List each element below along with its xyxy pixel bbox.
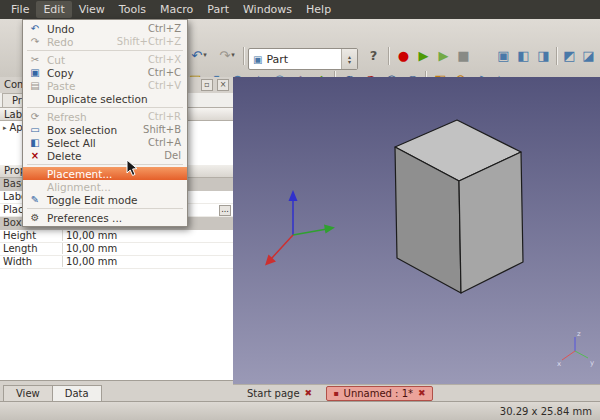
- toolbar-separator: [556, 47, 557, 65]
- property-row-length[interactable]: Length 10,00 mm: [0, 243, 233, 256]
- panel-tab-bar: View Data: [0, 380, 233, 401]
- menu-separator: [27, 164, 183, 165]
- menu-tools[interactable]: Tools: [112, 1, 153, 18]
- right-view-icon[interactable]: ◩: [560, 46, 579, 65]
- menu-item-copy[interactable]: ▣ Copy Ctrl+C: [23, 66, 187, 79]
- tab-start-page[interactable]: Start page ✖: [241, 387, 318, 400]
- menu-item-refresh[interactable]: ⟳ Refresh Ctrl+R: [23, 110, 187, 123]
- menu-item-select-all[interactable]: ◧ Select All Ctrl+A: [23, 136, 187, 149]
- macro-record-icon[interactable]: ●: [394, 46, 413, 65]
- workbench-value: Part: [266, 53, 288, 66]
- menu-separator: [27, 50, 183, 51]
- axonometric-view-icon[interactable]: ▣: [494, 46, 513, 65]
- workbench-icon: ▣: [253, 54, 262, 65]
- expander-icon[interactable]: ▸: [3, 124, 7, 132]
- 3d-scene: x y z: [233, 77, 600, 384]
- origin-axes: [265, 190, 335, 266]
- workbench-selector[interactable]: ▣ Part ▴ ▾: [248, 48, 358, 70]
- menu-item-preferences[interactable]: ⚙ Preferences ...: [23, 211, 187, 224]
- svg-text:y: y: [590, 359, 594, 367]
- statusbar: 30.29 x 25.84 mm: [0, 401, 600, 420]
- dimension-readout: 30.29 x 25.84 mm: [500, 406, 592, 417]
- front-view-icon[interactable]: ◧: [514, 46, 533, 65]
- svg-text:x: x: [557, 360, 561, 368]
- menu-item-paste[interactable]: ▤ Paste Ctrl+V: [23, 79, 187, 92]
- menu-view[interactable]: View: [72, 1, 112, 18]
- scissors-icon: ✂: [27, 54, 43, 65]
- menu-item-redo[interactable]: ↷ Redo Shift+Ctrl+Z: [23, 35, 187, 48]
- svg-text:z: z: [577, 330, 581, 338]
- select-all-icon: ◧: [27, 137, 43, 148]
- menu-item-alignment[interactable]: Alignment...: [23, 180, 187, 193]
- menu-edit[interactable]: Edit: [36, 1, 71, 18]
- menu-windows[interactable]: Windows: [236, 1, 299, 18]
- close-panel-icon[interactable]: ×: [217, 79, 229, 91]
- menu-file[interactable]: File: [4, 1, 36, 18]
- close-tab-icon[interactable]: ✖: [418, 388, 426, 398]
- menu-item-box-selection[interactable]: ▭ Box selection Shift+B: [23, 123, 187, 136]
- menu-help[interactable]: Help: [299, 1, 338, 18]
- 3d-viewport[interactable]: x y z: [233, 77, 600, 384]
- macro-stop-icon[interactable]: ■: [454, 46, 473, 65]
- tab-data[interactable]: Data: [52, 385, 102, 401]
- top-view-icon[interactable]: ◨: [534, 46, 553, 65]
- menu-item-undo[interactable]: ↶ Undo Ctrl+Z: [23, 22, 187, 35]
- document-icon: ▪: [333, 389, 338, 398]
- menu-item-placement[interactable]: Placement...: [23, 167, 187, 180]
- cube[interactable]: [395, 120, 523, 293]
- workbench-spinner[interactable]: ▴ ▾: [341, 49, 357, 69]
- box-selection-icon: ▭: [27, 124, 43, 135]
- menu-part[interactable]: Part: [200, 1, 236, 18]
- tab-unnamed-document[interactable]: ▪ Unnamed : 1* ✖: [326, 386, 432, 401]
- redo-dropdown-icon[interactable]: ▾: [231, 46, 235, 65]
- menu-item-duplicate-selection[interactable]: Duplicate selection: [23, 92, 187, 105]
- undo-icon: ↶: [27, 23, 43, 34]
- macro-play-icon[interactable]: ▶: [414, 46, 433, 65]
- menu-item-delete[interactable]: × Delete Del: [23, 149, 187, 162]
- redo-icon[interactable]: ↷▾: [214, 46, 240, 65]
- undo-icon[interactable]: ↶▾: [186, 46, 212, 65]
- undo-dropdown-icon[interactable]: ▾: [203, 46, 207, 65]
- tab-view[interactable]: View: [3, 385, 53, 401]
- close-tab-icon[interactable]: ✖: [305, 388, 313, 398]
- float-panel-icon[interactable]: ▫: [201, 79, 213, 91]
- gear-icon: ⚙: [27, 212, 43, 223]
- property-row-width[interactable]: Width 10,00 mm: [0, 256, 233, 269]
- menu-separator: [27, 208, 183, 209]
- menu-separator: [27, 107, 183, 108]
- menubar: File Edit View Tools Macro Part Windows …: [0, 0, 600, 19]
- menu-item-toggle-edit-mode[interactable]: ✎ Toggle Edit mode: [23, 193, 187, 206]
- placement-edit-button[interactable]: ...: [219, 205, 231, 216]
- menu-item-cut[interactable]: ✂ Cut Ctrl+X: [23, 53, 187, 66]
- paste-icon: ▤: [27, 80, 43, 91]
- macro-debug-icon[interactable]: ▶: [434, 46, 453, 65]
- property-grid-empty: [0, 269, 233, 380]
- menu-macro[interactable]: Macro: [153, 1, 200, 18]
- pencil-icon: ✎: [27, 194, 43, 205]
- draw-style-icon[interactable]: ◪: [579, 46, 598, 65]
- document-tab-bar: Start page ✖ ▪ Unnamed : 1* ✖: [233, 384, 600, 401]
- toolbar-separator: [243, 47, 244, 65]
- redo-icon: ↷: [27, 36, 43, 47]
- toolbar-separator: [388, 47, 389, 65]
- copy-icon: ▣: [27, 67, 43, 78]
- whatsthis-icon[interactable]: ?: [364, 46, 383, 65]
- property-row-height[interactable]: Height 10,00 mm: [0, 230, 233, 243]
- delete-icon: ×: [27, 150, 43, 161]
- refresh-icon: ⟳: [27, 111, 43, 122]
- mouse-cursor: [126, 159, 138, 177]
- edit-menu: ↶ Undo Ctrl+Z ↷ Redo Shift+Ctrl+Z ✂ Cut …: [22, 19, 188, 227]
- axis-triad: x y z: [557, 330, 594, 368]
